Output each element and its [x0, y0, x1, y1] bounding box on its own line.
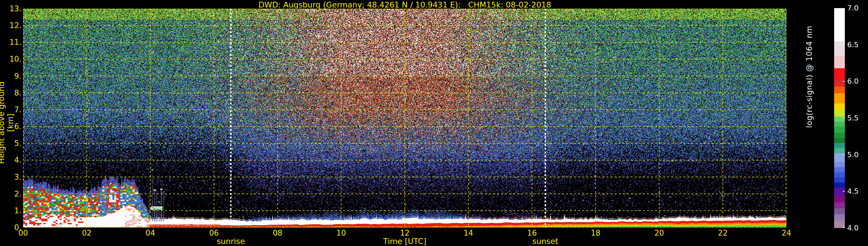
y-tick-label: 12.: [0, 21, 22, 30]
x-tick-label: 04: [146, 228, 155, 237]
y-tick-label: 3.: [0, 173, 22, 181]
y-tick-label: 10.: [0, 55, 22, 63]
x-tick-label: 12: [400, 228, 409, 237]
x-tick-label: 22: [718, 228, 728, 237]
colorbar-title: log(rc-signal) @ 1064 nm: [805, 25, 814, 129]
sunset-label: sunset: [532, 237, 558, 246]
x-tick-label: 14: [464, 228, 473, 237]
y-tick-label: 7.: [0, 105, 22, 114]
y-tick-label: 6.: [0, 122, 22, 131]
x-tick-label: 10: [337, 228, 346, 237]
colorbar-tick-label: 4.5: [847, 187, 859, 196]
x-tick-label: 16: [527, 228, 537, 237]
x-tick-label: 06: [209, 228, 219, 237]
colorbar-tick-label: 5.5: [847, 114, 859, 122]
y-tick-label: 1.: [0, 206, 22, 215]
x-tick-label: 08: [273, 228, 282, 237]
y-tick-label: 5.: [0, 139, 22, 148]
x-tick-label: 00: [18, 228, 28, 237]
heatmap-canvas[interactable]: [23, 9, 786, 227]
page-title: DWD: Augsburg (Germany; 48.4261 N / 10.9…: [258, 0, 551, 9]
colorbar-tick-label: 7.0: [847, 4, 859, 12]
y-tick-label: 2.: [0, 190, 22, 198]
y-tick-label: 9.: [0, 72, 22, 81]
y-tick-label: 11.: [0, 38, 22, 47]
x-tick-label: 20: [654, 228, 664, 237]
ceilometer-quicklook: DWD: Augsburg (Germany; 48.4261 N / 10.9…: [0, 0, 868, 246]
colorbar-tick-label: 6.5: [847, 40, 859, 49]
colorbar: [834, 8, 845, 228]
x-axis-title: Time [UTC]: [383, 237, 426, 246]
colorbar-tick-label: 5.0: [847, 151, 859, 159]
sunrise-label: sunrise: [217, 237, 245, 246]
x-tick-label: 18: [591, 228, 600, 237]
x-tick-label: 02: [82, 228, 91, 237]
colorbar-tick-label: 6.0: [847, 77, 859, 86]
y-tick-label: 13.: [0, 4, 22, 13]
x-tick-label: 24: [781, 228, 791, 237]
y-tick-label: 4.: [0, 156, 22, 164]
colorbar-tick-label: 4.0: [847, 224, 859, 233]
y-tick-label: 8.: [0, 89, 22, 97]
